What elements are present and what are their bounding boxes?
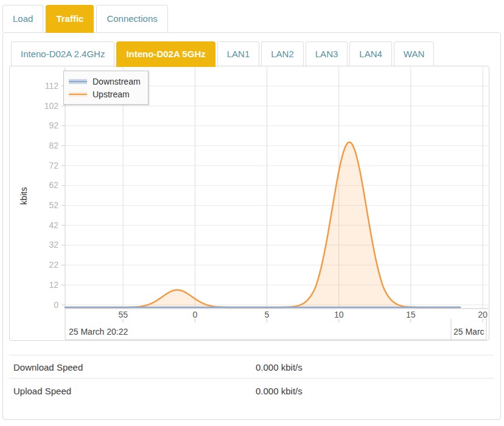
svg-text:32: 32 xyxy=(49,240,58,250)
primary-tabs: Load Traffic Connections xyxy=(2,5,170,33)
tab-wan[interactable]: WAN xyxy=(394,41,434,66)
svg-text:62: 62 xyxy=(49,180,58,190)
svg-text:112: 112 xyxy=(45,81,59,91)
tab-connections[interactable]: Connections xyxy=(96,5,167,32)
svg-text:15: 15 xyxy=(406,310,416,320)
svg-text:22: 22 xyxy=(49,260,58,270)
tab-inteno-d02a-5ghz[interactable]: Inteno-D02A 5GHz xyxy=(116,41,215,67)
svg-text:102: 102 xyxy=(44,101,59,111)
download-speed-label: Download Speed xyxy=(13,362,83,372)
svg-text:12: 12 xyxy=(49,280,58,290)
tab-label: LAN2 xyxy=(271,49,294,59)
tab-label: LAN4 xyxy=(359,49,382,59)
upstream-swatch-icon xyxy=(69,90,87,99)
tab-label: LAN3 xyxy=(315,49,338,59)
tab-lan2[interactable]: LAN2 xyxy=(261,41,304,66)
tab-load[interactable]: Load xyxy=(2,5,43,32)
download-speed-value: 0.000 kbit/s xyxy=(256,362,303,372)
legend-item-upstream[interactable]: Upstream xyxy=(69,88,141,100)
svg-text:0: 0 xyxy=(54,300,58,310)
svg-text:92: 92 xyxy=(49,120,58,130)
downstream-swatch-icon xyxy=(69,77,87,86)
svg-text:55: 55 xyxy=(118,310,128,320)
chart-plot-area: 0122232425262728292102112550510152025 Ma… xyxy=(10,66,489,340)
tab-traffic-label: Traffic xyxy=(56,13,83,24)
divider xyxy=(9,378,494,379)
svg-text:kbits: kbits xyxy=(19,187,29,205)
tab-label: Inteno-D02A 5GHz xyxy=(126,49,205,59)
tab-label: LAN1 xyxy=(227,49,250,59)
svg-text:20: 20 xyxy=(478,310,488,320)
svg-text:0: 0 xyxy=(193,310,198,320)
svg-text:25 Marc: 25 Marc xyxy=(453,327,485,337)
svg-text:25 March 20:22: 25 March 20:22 xyxy=(69,327,128,337)
svg-text:5: 5 xyxy=(265,310,270,320)
svg-text:10: 10 xyxy=(334,310,344,320)
svg-text:82: 82 xyxy=(49,141,58,150)
tab-label: WAN xyxy=(404,49,424,59)
traffic-chart: 0122232425262728292102112550510152025 Ma… xyxy=(9,66,489,341)
interface-tabs: Inteno-D02A 2.4GHz Inteno-D02A 5GHz LAN1… xyxy=(11,41,436,67)
chart-legend: Downstream Upstream xyxy=(63,71,149,105)
divider xyxy=(9,355,494,355)
upload-speed-label: Upload Speed xyxy=(13,386,71,396)
tab-lan3[interactable]: LAN3 xyxy=(306,41,348,66)
tab-lan4[interactable]: LAN4 xyxy=(349,41,392,66)
svg-text:72: 72 xyxy=(49,161,58,170)
tab-lan1[interactable]: LAN1 xyxy=(217,41,260,66)
legend-item-downstream[interactable]: Downstream xyxy=(69,75,141,88)
svg-text:42: 42 xyxy=(49,220,58,230)
tab-label: Inteno-D02A 2.4GHz xyxy=(21,49,105,59)
svg-text:52: 52 xyxy=(49,200,58,210)
tab-inteno-d02a-24ghz[interactable]: Inteno-D02A 2.4GHz xyxy=(11,41,114,66)
upload-speed-value: 0.000 kbit/s xyxy=(256,386,303,396)
tab-traffic[interactable]: Traffic xyxy=(46,5,94,33)
legend-label: Downstream xyxy=(93,77,141,86)
legend-label: Upstream xyxy=(93,89,130,99)
tab-load-label: Load xyxy=(13,13,33,24)
tab-connections-label: Connections xyxy=(107,13,157,24)
